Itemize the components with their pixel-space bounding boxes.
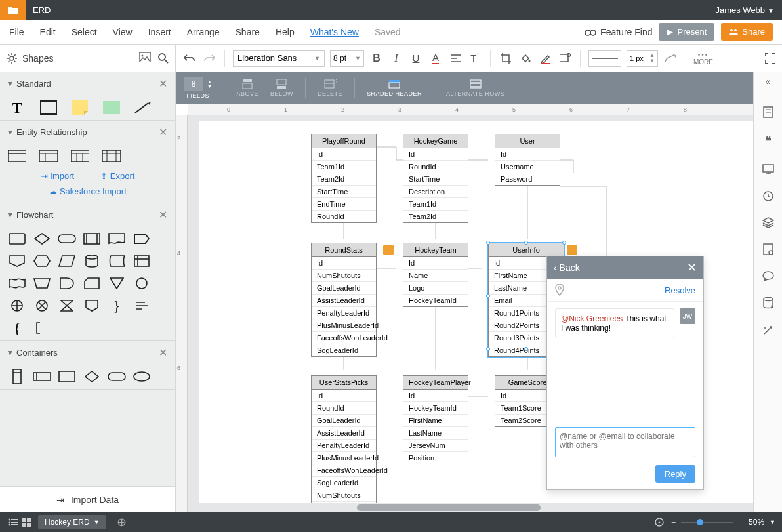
selection-handle[interactable] [486,347,490,351]
fc-document-icon[interactable] [108,232,126,246]
search-icon[interactable] [157,52,169,64]
entity-field[interactable]: Id [403,257,468,270]
fc-data-icon[interactable] [58,254,76,268]
fc-process-icon[interactable] [8,232,26,246]
entity-field[interactable]: PenaltyLeaderId [312,440,376,452]
entity-field[interactable]: Logo [403,282,468,295]
selection-handle[interactable] [562,241,566,245]
magic-icon[interactable] [762,325,773,336]
stepper-icon[interactable]: ▲▼ [207,79,212,89]
menu-view[interactable]: View [113,27,133,37]
cnt-hlane-icon[interactable] [33,369,51,384]
bold-button[interactable]: B [369,51,384,66]
entity-field[interactable]: NumShutouts [312,270,376,282]
underline-button[interactable]: U [409,51,423,66]
close-icon[interactable]: ✕ [159,209,167,221]
salesforce-import-link[interactable]: ☁ Salesforce Import [49,186,127,196]
entity-field[interactable]: RoundId [312,211,376,222]
collapse-rail-button[interactable]: « [766,76,771,87]
cnt-pill-icon[interactable] [108,369,126,384]
selection-handle[interactable] [486,241,490,245]
fields-input[interactable] [184,77,203,91]
fc-internal-icon[interactable] [133,254,151,268]
menu-select[interactable]: Select [72,27,97,37]
fc-merge-icon[interactable] [108,276,126,291]
add-below-button[interactable]: BELOW [270,79,293,97]
selection-handle[interactable] [486,294,490,298]
fc-predef-icon[interactable] [83,232,101,246]
entity-header[interactable]: UserStatsPicks [312,376,376,390]
section-er[interactable]: ▶Entity Relationship✕ [0,121,175,144]
section-containers[interactable]: ▶Containers✕ [0,341,175,364]
entity-header[interactable]: User [495,134,560,148]
fullscreen-button[interactable] [765,53,775,64]
folder-icon[interactable] [0,0,26,20]
entity-field[interactable]: EndTime [312,198,376,211]
entity-field[interactable]: PenaltyLeaderId [312,307,376,319]
entity-field[interactable]: NumShutouts [312,489,376,502]
entity-hockeyteamplayer[interactable]: HockeyTeamPlayerIdHockeyTeamIdFirstNameL… [403,375,468,464]
line-style-select[interactable] [588,50,621,67]
database-icon[interactable] [763,297,773,309]
share-button[interactable]: Share [721,23,773,41]
image-icon[interactable] [139,52,151,64]
delete-row-button[interactable]: ✕DELETE [318,79,342,97]
entity-field[interactable]: Id [403,390,468,402]
entity-playoffround[interactable]: PlayoffRoundIdTeam1IdTeam2IdStartTimeEnd… [311,134,377,223]
entity-field[interactable]: AssistLeaderId [312,427,376,440]
entity-roundstats[interactable]: RoundStatsIdNumShutoutsGoalLeaderIdAssis… [311,243,377,357]
entity-field[interactable]: PlusMinusLeaderId [312,452,376,464]
entity-field[interactable]: GoalLeaderId [312,415,376,427]
entity-userstatspicks[interactable]: UserStatsPicksIdRoundIdGoalLeaderIdAssis… [311,375,377,512]
entity-field[interactable]: Name [403,270,468,282]
menu-edit[interactable]: Edit [40,27,56,37]
entity-field[interactable]: Position [403,452,468,464]
entity-header[interactable]: PlayoffRound [312,134,376,148]
presentation-icon[interactable] [762,164,774,174]
fc-storage-icon[interactable] [108,254,126,268]
entity-field[interactable]: FaceoffsWonLeaderId [312,332,376,344]
italic-button[interactable]: I [389,51,403,66]
entity-hockeygame[interactable]: HockeyGameIdRoundIdStartTimeDescriptionT… [403,134,468,223]
section-flowchart[interactable]: ▶Flowchart✕ [0,203,175,226]
fc-offpage-icon[interactable] [8,254,26,268]
font-select[interactable]: Liberation Sans▼ [233,50,325,67]
entity-field[interactable]: GoalLeaderId [312,282,376,295]
resolve-button[interactable]: Resolve [665,285,695,295]
fill-button[interactable] [518,51,533,66]
entity-header[interactable]: RoundStats [312,243,376,257]
fc-manual-icon[interactable] [33,276,51,291]
menu-file[interactable]: File [9,27,24,37]
close-icon[interactable]: ✕ [159,346,167,359]
selection-handle[interactable] [524,347,528,351]
entity-header[interactable]: HockeyTeam [403,243,468,257]
selection-handle[interactable] [524,241,528,245]
more-button[interactable]: •••MORE [693,51,713,66]
shaded-header-button[interactable]: SHADED HEADER [367,79,422,97]
cnt-ellipse-icon[interactable] [133,369,151,384]
comment-marker[interactable] [383,245,394,255]
text-shape-icon[interactable]: T [8,100,26,115]
entity-field[interactable]: JerseyNum [403,440,468,452]
fc-display-icon[interactable] [133,232,151,246]
comment-marker[interactable] [567,245,577,255]
line-endpoint-button[interactable] [663,51,678,66]
entity-field[interactable]: Id [312,257,376,270]
crop-button[interactable] [499,51,513,66]
er-table2-icon[interactable] [39,149,58,163]
section-standard[interactable]: ▶Standard✕ [0,72,175,95]
entity-field[interactable]: Team1Id [312,161,376,173]
entity-user[interactable]: UserIdUsernamePassword [495,134,560,186]
entity-field[interactable]: Team2Id [312,173,376,186]
entity-field[interactable]: Id [312,148,376,161]
menu-help[interactable]: Help [276,27,295,37]
fc-and-icon[interactable] [58,276,76,291]
fc-card-icon[interactable] [83,276,101,291]
text-tool-button[interactable]: T↕ [468,51,482,66]
import-data-button[interactable]: ⇥ Import Data [0,486,175,512]
zoom-value[interactable]: 50% [749,518,764,527]
alternate-rows-button[interactable]: ALTERNATE ROWS [446,79,504,97]
er-table4-icon[interactable] [102,149,121,163]
export-link[interactable]: ⇪ Export [100,171,134,181]
font-color-button[interactable]: A [428,51,443,66]
